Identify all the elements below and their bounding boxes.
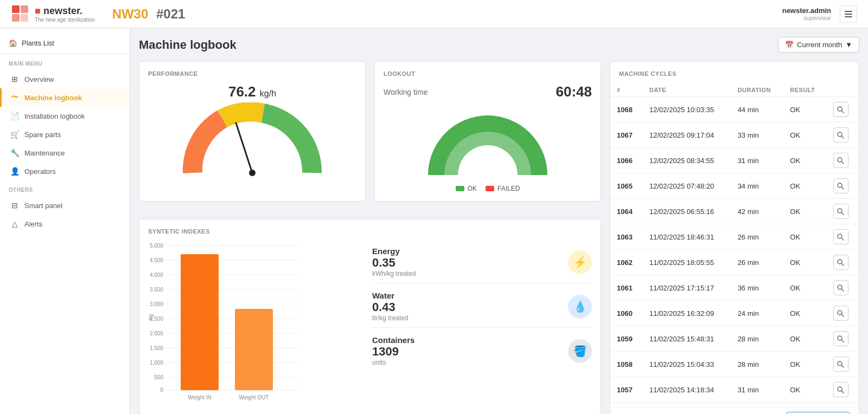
maintenance-icon: 🔧: [10, 148, 19, 157]
energy-icon-circle: ⚡: [568, 250, 592, 274]
sidebar-item-spare-parts[interactable]: 🛒 Spare parts: [0, 125, 130, 144]
smart-panel-icon: ⊟: [10, 201, 19, 210]
cycle-date: 11/02/2025 18:05:55: [643, 250, 731, 275]
calendar-icon: 📅: [785, 41, 794, 49]
cycle-duration: 26 min: [731, 250, 784, 275]
sidebar-item-installation-logbook[interactable]: 📄 Installation logbook: [0, 107, 130, 125]
logo-name: ■ newster.: [35, 5, 95, 17]
cycle-date: 11/02/2025 15:04:33: [643, 352, 731, 377]
failed-label: FAILED: [497, 185, 520, 192]
svg-text:1.000: 1.000: [150, 360, 163, 366]
cycle-detail-button[interactable]: [833, 357, 848, 372]
search-icon: [837, 183, 844, 190]
search-icon: [837, 259, 844, 266]
cycle-duration: 31 min: [731, 377, 784, 403]
cycles-header: MACHINE CYCLES: [610, 62, 859, 83]
legend: OK FAILED: [384, 185, 592, 192]
cycle-duration: 28 min: [731, 326, 784, 352]
svg-rect-5: [845, 14, 852, 15]
table-row: 1064 12/02/2025 06:55:16 42 min OK: [610, 199, 859, 224]
svg-line-47: [841, 212, 844, 215]
lookout-header: Working time 60:48: [384, 83, 592, 100]
search-icon: [837, 386, 844, 393]
containers-icon-circle: 🪣: [568, 339, 592, 363]
cycle-id: 1068: [610, 97, 643, 122]
table-row: 1065 12/02/2025 07:48:20 34 min OK: [610, 173, 859, 199]
sidebar-item-smart-panel[interactable]: ⊟ Smart panel: [0, 196, 130, 215]
svg-rect-1: [21, 5, 28, 13]
cycle-detail-button[interactable]: [833, 102, 848, 117]
date-filter-button[interactable]: 📅 Current month ▼: [778, 37, 859, 53]
svg-rect-3: [21, 14, 28, 22]
cycle-detail-button[interactable]: [833, 178, 848, 193]
cycle-date: 12/02/2025 09:17:04: [643, 122, 731, 148]
cycle-detail-button[interactable]: [833, 382, 848, 397]
sidebar-item-plants[interactable]: 🏠 Plants List: [0, 34, 130, 54]
cycle-detail-button[interactable]: [833, 280, 848, 295]
svg-line-51: [841, 263, 844, 266]
svg-text:4.000: 4.000: [150, 272, 163, 278]
table-row: 1061 11/02/2025 17:15:17 36 min OK: [610, 275, 859, 301]
cycle-duration: 36 min: [731, 275, 784, 301]
cycle-detail-button[interactable]: [833, 153, 848, 168]
main-layout: 🏠 Plants List MAIN MENU ⊞ Overview 〜 Mac…: [0, 28, 868, 414]
overview-icon: ⊞: [10, 75, 19, 83]
water-label: Water: [372, 291, 409, 300]
cycle-date: 11/02/2025 14:18:34: [643, 377, 731, 403]
cycle-detail-button[interactable]: [833, 204, 848, 219]
top-bar: ■ newster. The new age sterilization NW3…: [0, 0, 868, 28]
logo-area: ■ newster. The new age sterilization: [11, 4, 95, 24]
legend-ok: OK: [456, 185, 477, 192]
col-action: [827, 83, 859, 97]
cycles-table-wrap[interactable]: # DATE DURATION RESULT 1068 12/02/2025 1…: [610, 83, 859, 407]
cycle-result: OK: [783, 275, 827, 301]
table-row: 1068 12/02/2025 10:03:35 44 min OK: [610, 97, 859, 122]
cycle-date: 11/02/2025 17:15:17: [643, 275, 731, 301]
cycles-footer: Download CSV: [610, 407, 859, 414]
cycle-date: 11/02/2025 15:48:31: [643, 326, 731, 352]
machine-logbook-icon: 〜: [10, 93, 19, 102]
search-icon: [837, 335, 844, 342]
user-menu-button[interactable]: [840, 5, 857, 23]
cycle-detail-button[interactable]: [833, 127, 848, 143]
sidebar-item-overview[interactable]: ⊞ Overview: [0, 70, 130, 88]
logo-tagline: The new age sterilization: [35, 17, 95, 23]
performance-value: 76.2 kg/h: [148, 83, 356, 100]
top-cards: PERFORMANCE 76.2 kg/h: [139, 61, 601, 202]
svg-text:1.500: 1.500: [150, 345, 163, 351]
search-icon: [837, 284, 844, 292]
cycle-id: 1065: [610, 173, 643, 199]
cycle-id: 1059: [610, 326, 643, 352]
cycle-date: 11/02/2025 18:46:31: [643, 224, 731, 250]
top-right: newster.admin supervisor: [782, 5, 857, 23]
svg-rect-6: [845, 16, 852, 17]
cycle-detail-button[interactable]: [833, 306, 848, 321]
main-menu-label: MAIN MENU: [0, 54, 130, 70]
cycle-date: 12/02/2025 06:55:16: [643, 199, 731, 224]
home-icon: 🏠: [9, 39, 17, 47]
cycle-id: 1061: [610, 275, 643, 301]
overview-label: Overview: [24, 75, 54, 83]
cycles-header-row: # DATE DURATION RESULT: [610, 83, 859, 97]
sidebar-item-maintenance[interactable]: 🔧 Maintenance: [0, 144, 130, 162]
sidebar-item-machine-logbook[interactable]: 〜 Machine logbook: [0, 88, 130, 107]
cycle-detail-button[interactable]: [833, 331, 848, 346]
cycle-duration: 34 min: [731, 173, 784, 199]
col-date: DATE: [643, 83, 731, 97]
download-csv-button[interactable]: Download CSV: [786, 412, 850, 414]
table-row: 1057 11/02/2025 14:18:34 31 min OK: [610, 377, 859, 403]
search-icon: [837, 234, 844, 241]
cycle-duration: 33 min: [731, 122, 784, 148]
table-row: 1062 11/02/2025 18:05:55 26 min OK: [610, 250, 859, 275]
cycle-detail-button[interactable]: [833, 229, 848, 244]
cycle-result: OK: [783, 352, 827, 377]
svg-line-45: [841, 187, 844, 189]
working-time-label: Working time: [384, 88, 427, 96]
sidebar-item-alerts[interactable]: △ Alerts: [0, 215, 130, 233]
water-value: 0.43: [372, 300, 409, 314]
cycle-detail-button[interactable]: [833, 255, 848, 270]
svg-text:3.000: 3.000: [150, 301, 163, 307]
sidebar-item-operators[interactable]: 👤 Operators: [0, 162, 130, 180]
search-icon: [837, 361, 844, 368]
cycle-duration: 26 min: [731, 224, 784, 250]
